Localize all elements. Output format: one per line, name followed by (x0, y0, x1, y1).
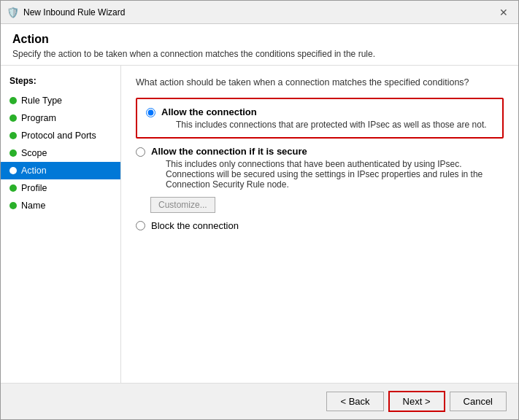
allow-secure-option-row: Allow the connection if it is secure Thi… (136, 146, 504, 190)
step-indicator-rule-type (9, 97, 17, 104)
step-indicator-scope (9, 149, 17, 157)
sidebar-label-profile: Profile (21, 183, 47, 193)
main-panel: What action should be taken when a conne… (121, 66, 518, 383)
block-radio[interactable] (136, 221, 145, 230)
title-bar-left: 🛡️ New Inbound Rule Wizard (7, 7, 125, 18)
next-button[interactable]: Next > (388, 391, 445, 412)
sidebar-item-name[interactable]: Name (1, 197, 120, 214)
block-option-row: Block the connection (136, 220, 504, 231)
step-indicator-program (9, 114, 17, 122)
wizard-window: 🛡️ New Inbound Rule Wizard ✕ Action Spec… (0, 0, 519, 420)
allow-description: This includes connections that are prote… (176, 120, 487, 130)
header-section: Action Specify the action to be taken wh… (1, 24, 518, 66)
sidebar-label-rule-type: Rule Type (21, 96, 62, 106)
step-indicator-protocol (9, 132, 17, 139)
sidebar-item-action[interactable]: Action (1, 162, 120, 179)
customize-button[interactable]: Customize... (150, 197, 215, 213)
sidebar-item-profile[interactable]: Profile (1, 179, 120, 197)
block-label: Block the connection (151, 220, 239, 231)
sidebar-title: Steps: (1, 73, 120, 92)
cancel-button[interactable]: Cancel (450, 392, 507, 411)
allow-radio[interactable] (146, 108, 155, 117)
sidebar: Steps: Rule Type Program Protocol and Po… (1, 66, 121, 383)
step-indicator-profile (9, 184, 17, 192)
allow-secure-radio[interactable] (136, 147, 145, 157)
allow-option-row: Allow the connection This includes conne… (146, 106, 493, 130)
sidebar-label-program: Program (21, 113, 56, 123)
sidebar-label-action: Action (21, 166, 47, 176)
allow-secure-section: Allow the connection if it is secure Thi… (136, 146, 504, 213)
sidebar-label-protocol-ports: Protocol and Ports (21, 131, 96, 141)
step-indicator-name (9, 202, 17, 209)
header-description: Specify the action to be taken when a co… (12, 49, 507, 59)
allow-option-box: Allow the connection This includes conne… (136, 98, 504, 139)
window-title: New Inbound Rule Wizard (23, 7, 125, 18)
sidebar-label-name: Name (21, 201, 45, 211)
allow-label: Allow the connection (161, 106, 487, 117)
sidebar-item-scope[interactable]: Scope (1, 144, 120, 162)
question-text: What action should be taken when a conne… (136, 77, 504, 88)
sidebar-item-rule-type[interactable]: Rule Type (1, 92, 120, 109)
allow-secure-label: Allow the connection if it is secure (151, 146, 504, 157)
sidebar-item-program[interactable]: Program (1, 109, 120, 127)
close-button[interactable]: ✕ (495, 6, 512, 19)
window-icon: 🛡️ (7, 7, 19, 18)
sidebar-item-protocol-ports[interactable]: Protocol and Ports (1, 127, 120, 144)
content-area: Steps: Rule Type Program Protocol and Po… (1, 66, 518, 383)
title-bar: 🛡️ New Inbound Rule Wizard ✕ (1, 1, 518, 24)
footer: < Back Next > Cancel (1, 383, 518, 419)
step-indicator-action (9, 167, 17, 174)
sidebar-label-scope: Scope (21, 148, 47, 158)
back-button[interactable]: < Back (326, 392, 383, 411)
page-title: Action (12, 33, 507, 46)
allow-secure-description: This includes only connections that have… (166, 159, 504, 190)
